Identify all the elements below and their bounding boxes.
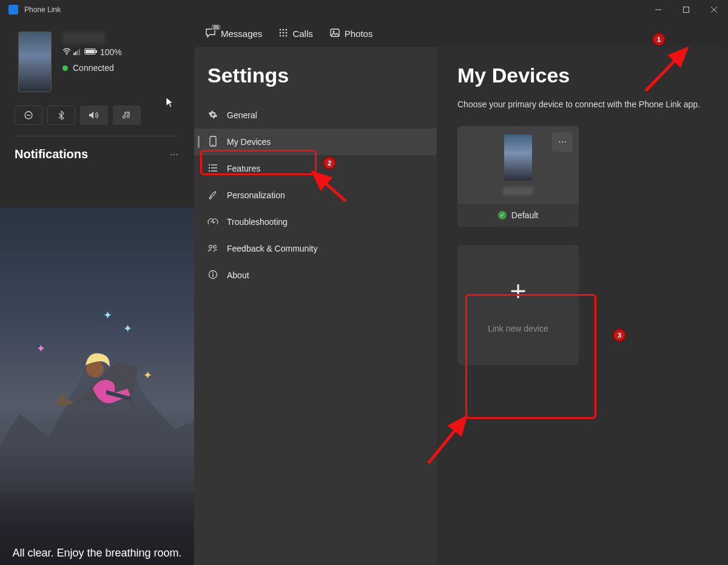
list-icon — [207, 164, 218, 174]
svg-point-41 — [212, 272, 214, 273]
svg-rect-35 — [211, 167, 217, 169]
title-bar: Phone Link — [0, 0, 728, 19]
svg-rect-33 — [211, 164, 217, 165]
status-dot-icon — [62, 65, 68, 71]
svg-line-16 — [73, 401, 79, 412]
nav-personalization-label: Personalization — [227, 190, 285, 200]
svg-point-21 — [286, 29, 288, 31]
svg-rect-1 — [684, 7, 689, 13]
svg-line-45 — [428, 417, 466, 463]
svg-point-22 — [280, 32, 281, 34]
plus-icon: ＋ — [505, 276, 531, 303]
battery-percent: 100% — [100, 47, 122, 57]
svg-point-31 — [212, 144, 214, 145]
device-name — [62, 32, 105, 44]
check-icon: ✓ — [498, 211, 507, 219]
notifications-background: ✦ ✦ ✦ ✦ — [0, 207, 194, 565]
dnd-button[interactable] — [15, 105, 42, 125]
device-thumbnail — [504, 135, 532, 181]
divider — [17, 136, 177, 136]
svg-rect-11 — [96, 50, 97, 53]
nav-features-label: Features — [227, 164, 260, 173]
info-icon — [207, 270, 218, 281]
svg-point-25 — [280, 35, 281, 37]
volume-button[interactable] — [80, 105, 108, 125]
svg-point-36 — [209, 170, 210, 171]
devices-subtitle: Choose your primary device to connect wi… — [457, 99, 707, 109]
nav-general[interactable]: General — [194, 102, 437, 129]
phone-thumbnail[interactable] — [18, 32, 52, 92]
svg-point-24 — [286, 32, 288, 34]
nav-feedback-label: Feedback & Community — [227, 244, 317, 253]
nav-troubleshooting[interactable]: Troubleshooting — [194, 209, 437, 235]
svg-rect-7 — [77, 50, 78, 55]
devices-panel: My Devices Choose your primary device to… — [437, 47, 728, 565]
svg-line-44 — [313, 172, 346, 201]
annotation-arrow-2 — [308, 169, 351, 205]
photos-icon — [330, 28, 340, 39]
connection-status: Connected — [73, 63, 114, 73]
svg-point-26 — [283, 35, 285, 37]
nav-general-label: General — [227, 110, 257, 120]
link-new-device-button[interactable]: ＋ Link new device — [457, 245, 579, 365]
svg-rect-8 — [79, 49, 80, 55]
svg-line-17 — [131, 401, 136, 412]
battery-icon — [84, 47, 98, 57]
svg-point-29 — [332, 31, 334, 33]
svg-point-32 — [209, 164, 210, 165]
svg-point-27 — [286, 35, 288, 37]
svg-rect-42 — [212, 274, 214, 277]
svg-point-4 — [66, 54, 67, 55]
app-title: Phone Link — [24, 5, 61, 14]
nav-troubleshooting-label: Troubleshooting — [227, 217, 288, 227]
heartbeat-icon — [207, 217, 218, 227]
signal-icon — [73, 47, 82, 57]
relax-illustration — [56, 329, 157, 415]
nav-about[interactable]: About — [194, 262, 437, 289]
nav-my-devices[interactable]: My Devices — [194, 129, 437, 155]
tab-calls-label: Calls — [292, 28, 312, 39]
default-label: Default — [511, 210, 538, 220]
tab-photos[interactable]: Photos — [330, 28, 373, 39]
svg-point-23 — [283, 32, 285, 34]
dialpad-icon — [279, 28, 288, 39]
svg-rect-37 — [211, 170, 217, 172]
brush-icon — [207, 190, 218, 201]
music-button[interactable] — [113, 105, 141, 125]
svg-line-43 — [645, 48, 687, 91]
community-icon — [207, 244, 218, 254]
app-icon — [8, 5, 18, 15]
notifications-more-button[interactable]: ⋯ — [170, 150, 180, 159]
tab-calls[interactable]: Calls — [279, 28, 312, 39]
mouse-cursor-icon — [166, 97, 174, 110]
bluetooth-button[interactable] — [47, 105, 75, 125]
minimize-button[interactable] — [644, 0, 672, 19]
top-tabs: 35 Messages Calls Photos — [194, 19, 728, 47]
tab-messages-label: Messages — [221, 28, 262, 39]
wifi-icon — [62, 47, 71, 57]
gear-icon — [207, 110, 218, 121]
sidebar: 100% Connected — [0, 19, 194, 565]
messages-badge: 35 — [211, 24, 221, 30]
nav-my-devices-label: My Devices — [227, 137, 271, 147]
device-card-name — [503, 187, 533, 195]
link-new-device-label: Link new device — [488, 324, 548, 333]
svg-rect-15 — [61, 394, 65, 402]
notifications-heading: Notifications — [15, 147, 88, 161]
device-card-more-button[interactable]: ⋯ — [552, 132, 573, 152]
phone-icon — [207, 136, 218, 149]
maximize-button[interactable] — [672, 0, 700, 19]
close-button[interactable] — [700, 0, 728, 19]
notifications-empty-message: All clear. Enjoy the breathing room. — [0, 547, 194, 560]
svg-point-38 — [209, 245, 212, 248]
tab-messages[interactable]: 35 Messages — [205, 28, 262, 39]
svg-point-19 — [280, 29, 281, 31]
svg-point-39 — [214, 245, 217, 248]
nav-about-label: About — [227, 270, 249, 280]
device-card[interactable]: ⋯ ✓ Default — [457, 126, 579, 227]
svg-point-34 — [209, 167, 210, 168]
annotation-arrow-3 — [425, 412, 473, 467]
settings-title: Settings — [207, 64, 423, 87]
tab-photos-label: Photos — [345, 28, 373, 39]
nav-feedback[interactable]: Feedback & Community — [194, 235, 437, 262]
